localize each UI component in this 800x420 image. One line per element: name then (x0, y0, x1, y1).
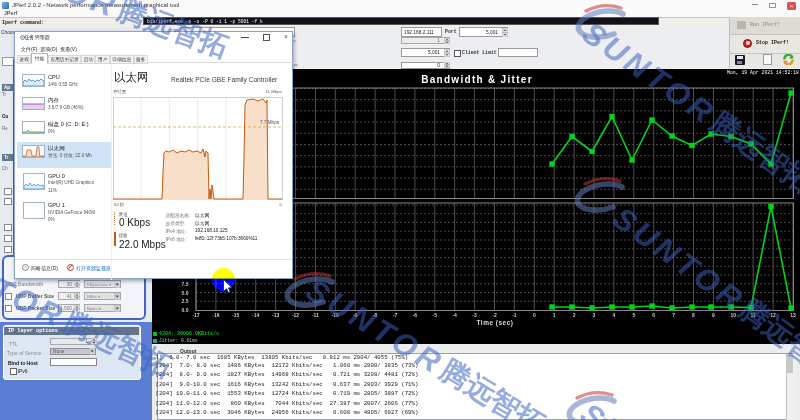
svg-text:7.7 Mbps: 7.7 Mbps (260, 120, 280, 125)
svg-text:60 秒: 60 秒 (114, 202, 125, 207)
svg-text:0: 0 (280, 202, 283, 207)
